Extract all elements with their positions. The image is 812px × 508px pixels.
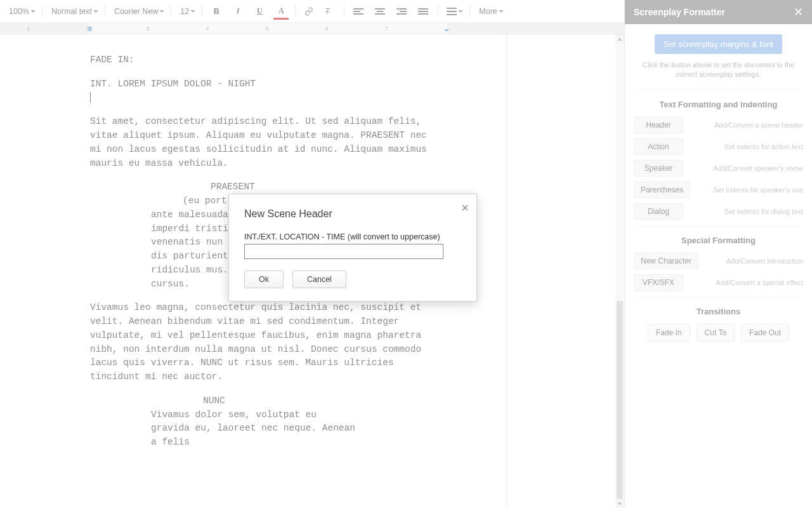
- dialog-close-button[interactable]: ×: [461, 201, 469, 215]
- scene-header-input[interactable]: [244, 244, 443, 259]
- cancel-button[interactable]: Cancel: [292, 271, 346, 288]
- dialog-title: New Scene Header: [244, 208, 461, 220]
- new-scene-header-dialog: × New Scene Header INT./EXT. LOCATION - …: [228, 194, 477, 302]
- dialog-field-label: INT./EXT. LOCATION - TIME (will convert …: [244, 232, 461, 241]
- ok-button[interactable]: Ok: [244, 271, 284, 288]
